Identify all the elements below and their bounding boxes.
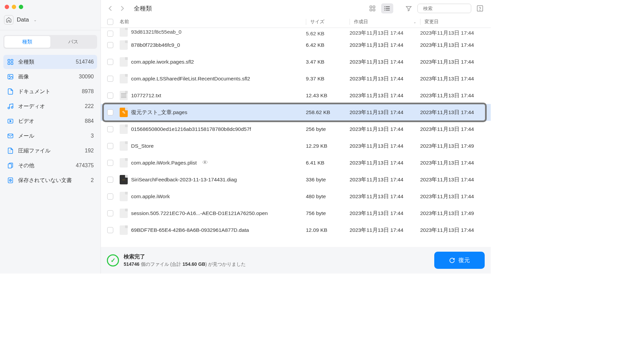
file-row[interactable]: com.apple.iWork480 byte2023年11月13日 17:44… <box>101 188 491 205</box>
file-icon <box>120 124 128 134</box>
row-checkbox[interactable] <box>107 59 113 65</box>
file-row[interactable]: 01568650800ed1e1216ab31158178780b8dc90d5… <box>101 121 491 138</box>
file-modified: 2023年11月13日 17:44 <box>420 42 491 49</box>
file-row[interactable]: DS_Store12.29 KB2023年11月13日 17:442023年11… <box>101 138 491 154</box>
maximize-window-button[interactable] <box>19 5 23 9</box>
row-checkbox[interactable] <box>107 210 113 216</box>
row-checkbox[interactable] <box>107 109 113 115</box>
file-created: 2023年11月13日 17:44 <box>350 210 420 217</box>
status-bar: ✓ 検索完了 514746 個のファイル (合計 154.60 GB) が見つか… <box>101 247 491 274</box>
file-size: 9.37 KB <box>306 76 350 82</box>
file-size: 6.42 KB <box>306 42 350 48</box>
file-row[interactable]: 878b0f723bb46fc9_06.42 KB2023年11月13日 17:… <box>101 37 491 53</box>
row-checkbox[interactable] <box>107 126 113 132</box>
category-other[interactable]: その他474375 <box>3 158 97 173</box>
svg-rect-3 <box>11 63 13 65</box>
svg-point-22 <box>385 8 385 9</box>
svg-rect-4 <box>8 74 13 79</box>
file-row[interactable]: session.505.7221EC70-A16...-AECB-D1E121A… <box>101 205 491 222</box>
row-checkbox[interactable] <box>107 42 113 48</box>
help-button[interactable] <box>474 3 486 13</box>
file-name: com.apple.LSSharedFileList.RecentDocumen… <box>131 76 250 82</box>
file-modified: 2023年11月13日 17:49 <box>420 143 491 150</box>
forward-button[interactable] <box>118 4 127 13</box>
file-modified: 2023年11月13日 17:44 <box>420 159 491 167</box>
file-row[interactable]: SiriSearchFeedback-2023-11-13-174431.dia… <box>101 171 491 188</box>
window-controls <box>0 0 100 12</box>
close-window-button[interactable] <box>5 5 9 9</box>
row-checkbox[interactable] <box>107 160 113 166</box>
file-icon <box>120 141 128 151</box>
category-unsaved[interactable]: 保存されていない文書2 <box>3 173 97 187</box>
category-audio[interactable]: オーディオ222 <box>3 99 97 113</box>
search-input[interactable] <box>423 6 482 11</box>
audio-icon <box>7 103 14 110</box>
view-mode-tabs: 種類 パス <box>3 35 97 49</box>
file-row[interactable]: com.apple.LSSharedFileList.RecentDocumen… <box>101 70 491 87</box>
search-box[interactable] <box>417 4 471 13</box>
location-selector[interactable]: Data ⌄ <box>0 12 100 30</box>
file-created: 2023年11月13日 17:44 <box>350 42 420 49</box>
category-video[interactable]: ビデオ884 <box>3 114 97 128</box>
file-created: 2023年11月13日 17:44 <box>350 30 420 37</box>
select-all-checkbox[interactable] <box>107 19 113 25</box>
minimize-window-button[interactable] <box>12 5 16 9</box>
file-modified: 2023年11月13日 17:44 <box>420 109 491 116</box>
category-label: ビデオ <box>18 118 81 125</box>
file-row[interactable]: 69BDF7EB-65E4-42B6-8A6B-0932961A877D.dat… <box>101 222 491 239</box>
file-modified: 2023年11月13日 17:44 <box>420 30 491 37</box>
file-name: com.apple.iwork.pages.sfl2 <box>131 59 194 65</box>
row-checkbox[interactable] <box>107 227 113 233</box>
recover-button[interactable]: 復元 <box>434 252 485 269</box>
filter-button[interactable] <box>403 3 415 13</box>
svg-rect-15 <box>373 6 375 8</box>
row-checkbox[interactable] <box>107 93 113 99</box>
file-row[interactable]: com.apple.iwork.pages.sfl23.47 KB2023年11… <box>101 53 491 70</box>
row-checkbox[interactable] <box>107 76 113 82</box>
column-modified[interactable]: 変更日 <box>420 19 491 25</box>
file-size: 6.41 KB <box>306 160 350 166</box>
category-archive[interactable]: 圧縮ファイル192 <box>3 144 97 158</box>
refresh-icon <box>449 257 455 263</box>
file-row[interactable]: 93d81321f8c55eab_05.62 KB2023年11月13日 17:… <box>101 28 491 37</box>
category-image[interactable]: 画像30090 <box>3 70 97 84</box>
all-icon <box>7 58 14 66</box>
category-all[interactable]: 全種類514746 <box>3 55 97 69</box>
list-view-button[interactable] <box>381 3 393 13</box>
row-checkbox[interactable] <box>107 177 113 183</box>
category-label: 画像 <box>18 73 75 80</box>
file-row[interactable]: 10772712.txt12.43 KB2023年11月13日 17:44202… <box>101 87 491 104</box>
category-count: 8978 <box>82 88 94 95</box>
tab-kind[interactable]: 種類 <box>4 36 50 48</box>
row-checkbox[interactable] <box>107 31 113 37</box>
svg-point-7 <box>11 107 13 108</box>
check-circle-icon: ✓ <box>107 254 119 266</box>
category-mail[interactable]: メール3 <box>3 129 97 143</box>
svg-rect-2 <box>8 63 10 65</box>
row-checkbox[interactable] <box>107 143 113 149</box>
main-panel: 全種類 <box>101 0 491 274</box>
category-document[interactable]: ドキュメント8978 <box>3 84 97 99</box>
column-created[interactable]: 作成日 ⌄ <box>350 19 420 25</box>
tab-path[interactable]: パス <box>50 36 96 48</box>
file-modified: 2023年11月13日 17:44 <box>420 176 491 183</box>
grid-view-button[interactable] <box>366 3 378 13</box>
back-button[interactable] <box>106 4 115 13</box>
file-name: SiriSearchFeedback-2023-11-13-174431.dia… <box>131 177 237 183</box>
column-name[interactable]: 名前 <box>120 19 306 25</box>
file-row[interactable]: 復元テスト_文章.pages258.62 KB2023年11月13日 17:44… <box>101 104 491 121</box>
column-size[interactable]: サイズ <box>306 19 350 25</box>
category-count: 514746 <box>76 59 94 65</box>
row-checkbox[interactable] <box>107 193 113 200</box>
svg-point-5 <box>9 76 10 77</box>
svg-point-6 <box>8 107 10 109</box>
file-modified: 2023年11月13日 17:44 <box>420 126 491 133</box>
file-name: DS_Store <box>131 143 154 149</box>
file-icon <box>120 28 128 37</box>
file-icon <box>120 57 128 67</box>
file-size: 12.29 KB <box>306 143 350 149</box>
archive-icon <box>7 147 14 154</box>
file-row[interactable]: com.apple.iWork.Pages.plist👁6.41 KB2023年… <box>101 154 491 171</box>
category-label: その他 <box>18 162 72 169</box>
preview-icon[interactable]: 👁 <box>200 159 210 166</box>
